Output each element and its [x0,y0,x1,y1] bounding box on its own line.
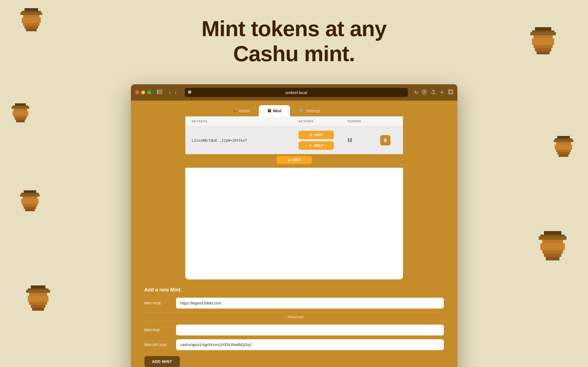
forward-button[interactable]: › [173,89,178,97]
svg-rect-40 [535,27,551,30]
svg-rect-22 [20,194,40,197]
url-text: umbrel.local [285,90,307,95]
svg-rect-33 [29,293,47,296]
svg-rect-28 [25,209,35,211]
svg-rect-13 [14,109,27,111]
browser-nav: ‹ › [167,89,178,97]
svg-rect-3 [23,15,39,18]
add-mint-title: Add a new Mint: [144,287,444,293]
svg-rect-61 [540,235,565,240]
svg-rect-36 [29,302,47,305]
svg-rect-37 [31,305,46,308]
address-bar[interactable]: umbrel.local [185,88,408,97]
tab-wallet-label: Wallet [239,108,250,113]
advanced-label: Advanced [288,315,303,319]
mint-button[interactable]: MINT [298,131,334,139]
melt-button[interactable]: MELT [298,141,334,150]
svg-rect-46 [534,45,553,48]
svg-rect-52 [554,140,574,142]
share-icon[interactable] [431,89,436,96]
svg-rect-8 [26,29,37,31]
sidebar-toggle-button[interactable] [157,90,162,95]
svg-rect-7 [24,26,38,29]
col-header-keysets: KEYSETS [192,120,298,123]
mint-api-root-input[interactable] [176,339,444,350]
svg-rect-73 [159,93,162,94]
headline-line2: Cashu mint. [172,41,417,66]
tab-wallet[interactable]: 👜 Wallet [223,105,259,116]
api-root-label: Mint API root: [144,343,172,347]
add-mint-btn-label: ADD MINT [152,359,172,364]
wallet-icon: 👜 [232,108,237,113]
svg-rect-9 [30,8,33,11]
back-button[interactable]: ‹ [167,89,172,97]
partial-mint-label: MINT [293,158,301,162]
svg-rect-25 [21,201,39,204]
svg-rect-44 [532,38,555,42]
mint-host-input[interactable] [176,298,444,309]
svg-rect-50 [557,136,569,138]
download-icon[interactable] [422,89,427,96]
svg-rect-11 [13,105,28,109]
partial-mint-button[interactable]: MINT [276,156,312,164]
tabs-icon[interactable] [448,89,453,96]
svg-rect-63 [542,240,563,243]
svg-rect-10 [15,103,26,105]
traffic-light-minimize[interactable] [141,91,145,94]
svg-rect-65 [540,247,565,250]
app-panel: KEYSETS ACTIONS TOKENS L3zxxRB/I8uE ,I2y… [185,116,403,279]
host-form-row: Mint Host: [144,298,444,309]
svg-rect-18 [16,120,25,122]
svg-rect-49 [541,27,545,30]
reload-icon[interactable]: ↻ [414,89,418,95]
svg-rect-67 [544,254,561,257]
svg-rect-6 [23,23,39,26]
svg-rect-23 [23,197,38,199]
svg-rect-4 [22,18,41,20]
mint-port-input[interactable] [176,325,444,335]
new-tab-icon[interactable]: + [440,89,444,96]
svg-rect-54 [555,145,572,147]
api-root-form-row: Mint API root: [144,339,444,350]
security-icon [188,90,191,95]
page-headline: Mint tokens at any Cashu mint. [172,16,417,66]
traffic-lights [135,91,151,94]
advanced-toggle[interactable]: › Advanced [144,312,444,321]
melt-btn-label: MELT [314,144,323,148]
svg-rect-21 [21,193,39,197]
svg-rect-69 [551,231,555,235]
tokens-count-cell: 12 [347,138,380,143]
svg-rect-24 [21,199,39,201]
tab-mint[interactable]: 🏛 Mint [259,105,290,116]
delete-keyset-button[interactable] [380,135,390,145]
svg-rect-14 [13,111,28,113]
svg-rect-76 [449,91,452,93]
svg-rect-42 [530,32,556,35]
svg-rect-20 [24,190,36,193]
mint-icon: 🏛 [267,108,272,113]
col-header-actions: ACTIONS [298,120,347,123]
tab-mint-label: Mint [273,108,282,113]
svg-rect-15 [13,113,28,116]
svg-rect-1 [22,11,41,15]
svg-rect-68 [546,257,560,260]
actions-cell: MINT MELT [298,131,347,150]
traffic-light-close[interactable] [135,91,139,94]
delete-cell [380,135,396,145]
col-header-tokens: TOKENS [347,120,380,123]
svg-rect-0 [24,8,38,11]
settings-icon: ⚙️ [299,108,304,113]
traffic-light-fullscreen[interactable] [147,91,151,94]
tab-settings[interactable]: ⚙️ Settings [290,105,329,116]
svg-rect-70 [157,90,159,94]
headline-line1: Mint tokens at any [172,16,417,41]
svg-rect-32 [26,290,50,293]
add-mint-button[interactable]: ADD MINT [144,356,180,367]
svg-rect-72 [159,91,162,92]
svg-rect-56 [556,150,571,152]
svg-rect-17 [15,118,26,120]
svg-rect-35 [28,299,48,302]
svg-rect-34 [28,296,48,299]
browser-toolbar: ‹ › umbrel.local ↻ [131,84,457,101]
tab-bar: 👜 Wallet 🏛 Mint ⚙️ Settings [131,101,457,116]
